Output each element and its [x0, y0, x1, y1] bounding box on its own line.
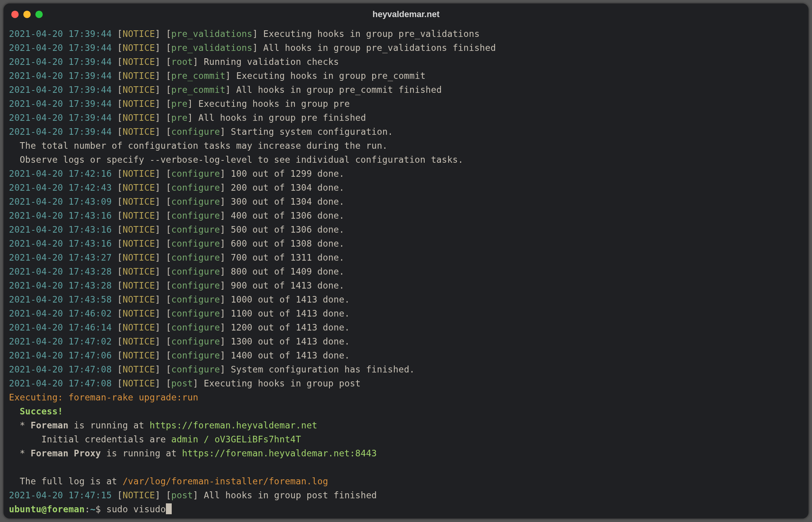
window-controls [11, 11, 43, 18]
minimize-icon[interactable] [23, 11, 31, 18]
terminal-output[interactable]: 2021-04-20 17:39:44 [NOTICE] [pre_valida… [3, 25, 809, 519]
terminal-window: heyvaldemar.net 2021-04-20 17:39:44 [NOT… [3, 3, 809, 519]
titlebar: heyvaldemar.net [3, 3, 809, 25]
close-icon[interactable] [11, 11, 19, 18]
window-title: heyvaldemar.net [373, 9, 439, 19]
cursor-icon [166, 503, 172, 514]
zoom-icon[interactable] [35, 11, 43, 18]
